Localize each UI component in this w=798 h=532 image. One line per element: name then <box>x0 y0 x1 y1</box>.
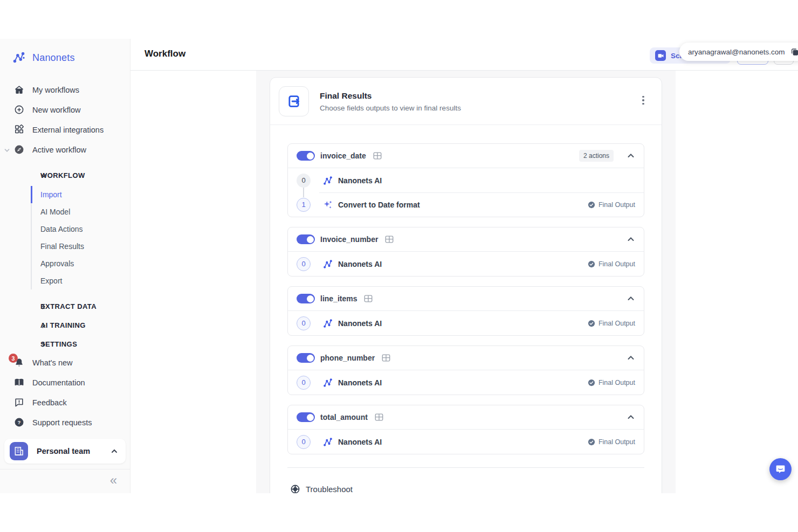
field-name: invoice_date <box>320 151 366 160</box>
panel-header: Final Results Choose fields outputs to v… <box>270 78 662 125</box>
sidebar-footer: 3 What's new Documentation Fe <box>0 353 130 493</box>
step-number: 1 <box>297 198 311 212</box>
sidebar-item-external-integrations[interactable]: External integrations <box>0 120 130 140</box>
sidebar-item-feedback[interactable]: Feedback <box>0 392 130 412</box>
step-number: 0 <box>297 435 311 449</box>
chat-launcher-button[interactable] <box>769 458 792 480</box>
email-text: aryanagrawal@nanonets.com <box>688 48 785 56</box>
step-number: 0 <box>297 316 311 330</box>
copy-icon[interactable] <box>790 47 798 56</box>
chevron-up-icon <box>111 447 118 455</box>
final-output-label: Final Output <box>598 201 635 209</box>
field-enabled-toggle[interactable] <box>297 412 315 422</box>
chevron-up-icon[interactable] <box>627 151 635 160</box>
team-selector[interactable]: Personal team <box>4 439 126 464</box>
sidebar-item-export[interactable]: Export <box>0 272 130 289</box>
check-circle-icon <box>588 320 595 327</box>
sidebar-item-support-requests[interactable]: ? Support requests <box>0 412 130 432</box>
brand-logo[interactable]: Nanonets <box>0 39 130 65</box>
home-icon <box>14 85 24 95</box>
field-enabled-toggle[interactable] <box>297 151 315 161</box>
chat-bubble-icon <box>775 464 786 475</box>
workflow-step-row[interactable]: 0 Nanonets AI <box>288 168 644 192</box>
field-enabled-toggle[interactable] <box>297 294 315 303</box>
field-enabled-toggle[interactable] <box>297 234 315 244</box>
check-circle-icon <box>588 201 595 209</box>
sidebar-item-new-workflow[interactable]: New workflow <box>0 100 130 120</box>
collapse-sidebar-button[interactable]: « <box>110 474 117 487</box>
chevron-up-icon[interactable] <box>627 294 635 303</box>
workflow-step-row[interactable]: 0 Nanonets AI Final Output <box>288 311 644 335</box>
workflow-canvas: Final Results Choose fields outputs to v… <box>256 71 676 493</box>
troubleshoot-link[interactable]: Troubleshoot <box>270 468 662 493</box>
final-output-label: Final Output <box>598 320 635 327</box>
field-enabled-toggle[interactable] <box>297 353 315 363</box>
field-card-header: total_amount <box>288 405 644 429</box>
field-name: Invoice_number <box>320 235 378 244</box>
check-circle-icon <box>588 379 595 386</box>
sidebar-section-workflow[interactable]: WORKFLOW <box>0 166 130 185</box>
workflow-step-row[interactable]: 0 Nanonets AI Final Output <box>288 370 644 395</box>
sidebar: Nanonets My workflows New workflow <box>0 39 130 493</box>
final-output-label: Final Output <box>598 260 635 268</box>
export-icon-box <box>279 86 309 116</box>
workflow-step-row[interactable]: 1 Convert to Date format Final Output <box>288 192 644 217</box>
top-header: Workflow Sch. aryanagrawal@nanonets.com <box>130 39 798 71</box>
sidebar-item-data-actions[interactable]: Data Actions <box>0 220 130 238</box>
final-output-badge: Final Output <box>588 320 635 327</box>
chevron-up-icon[interactable] <box>627 354 635 362</box>
chevron-right-icon <box>40 303 47 310</box>
sparkles-icon <box>322 199 333 210</box>
chevron-down-icon <box>4 147 10 153</box>
chevron-up-icon[interactable] <box>627 413 635 422</box>
field-card-header: line_items <box>288 287 644 310</box>
sidebar-section-ai-training[interactable]: AI TRAINING <box>0 316 130 335</box>
chevron-right-icon <box>40 341 47 348</box>
plus-circle-icon <box>14 105 24 115</box>
sidebar-item-whats-new[interactable]: 3 What's new <box>0 353 130 372</box>
workflow-step-row[interactable]: 0 Nanonets AI Final Output <box>288 430 644 454</box>
sidebar-item-import[interactable]: Import <box>0 186 130 203</box>
field-card: phone_number 0 Nanonets AI Final Output <box>287 346 644 395</box>
chevron-down-icon <box>40 172 47 179</box>
step-number: 0 <box>297 257 311 271</box>
chevron-up-icon[interactable] <box>627 235 635 244</box>
nanonets-ai-icon <box>322 259 333 270</box>
sidebar-item-my-workflows[interactable]: My workflows <box>0 80 130 100</box>
canvas-left-gutter <box>131 71 256 493</box>
field-card-header: invoice_date 2 actions <box>288 144 644 168</box>
book-icon <box>14 377 24 388</box>
feedback-icon <box>14 397 24 407</box>
panel-title: Final Results <box>320 91 461 101</box>
field-card: invoice_date 2 actions 0 Nanonets AI 1 <box>287 143 644 217</box>
final-output-label: Final Output <box>598 438 635 446</box>
svg-text:?: ? <box>18 419 21 425</box>
sidebar-item-documentation[interactable]: Documentation <box>0 372 130 392</box>
sidebar-section-settings[interactable]: SETTINGS <box>0 335 130 354</box>
section-label: AI TRAINING <box>40 321 86 329</box>
table-icon <box>363 294 373 303</box>
troubleshoot-label: Troubleshoot <box>306 485 353 493</box>
workflow-step-row[interactable]: 0 Nanonets AI Final Output <box>288 252 644 276</box>
step-number: 0 <box>297 376 311 390</box>
page: Nanonets My workflows New workflow <box>0 0 798 532</box>
sidebar-item-active-workflow[interactable]: Active workflow <box>0 140 130 160</box>
table-icon <box>374 412 384 422</box>
sidebar-item-ai-model[interactable]: AI Model <box>0 203 130 220</box>
step-label: Nanonets AI <box>338 438 382 446</box>
field-steps: 0 Nanonets AI Final Output <box>288 370 644 395</box>
sidebar-section-extract-data[interactable]: EXTRACT DATA <box>0 297 130 316</box>
nanonets-ai-icon <box>322 437 333 447</box>
team-name: Personal team <box>37 447 102 455</box>
field-steps: 0 Nanonets AI Final Output <box>288 429 644 454</box>
sidebar-item-final-results[interactable]: Final Results <box>0 238 130 255</box>
sidebar-item-approvals[interactable]: Approvals <box>0 255 130 272</box>
brand-name: Nanonets <box>32 52 75 64</box>
nanonets-ai-icon <box>322 175 333 186</box>
final-output-badge: Final Output <box>588 201 635 209</box>
final-output-badge: Final Output <box>588 260 635 268</box>
final-output-badge: Final Output <box>588 379 635 386</box>
field-card-header: Invoice_number <box>288 227 644 251</box>
table-icon <box>381 353 391 363</box>
kebab-menu-button[interactable] <box>639 95 648 106</box>
